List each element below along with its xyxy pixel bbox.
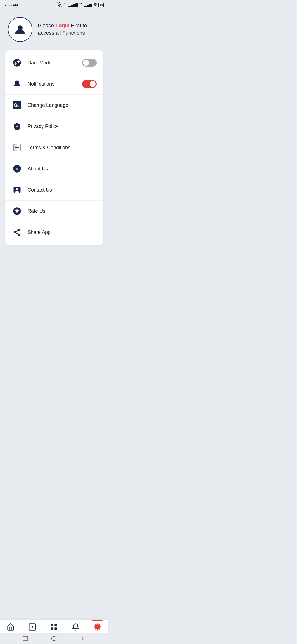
change-language-label: Change Language bbox=[28, 102, 97, 108]
notifications-toggle[interactable] bbox=[82, 80, 97, 88]
svg-rect-18 bbox=[14, 144, 17, 151]
rate-us-label: Rate Us bbox=[28, 208, 97, 214]
status-bar: 7:56 AM ▂▄▆█ VoLTE ▂▄▆ bbox=[0, 0, 108, 9]
arrows-icon bbox=[12, 57, 23, 68]
status-time: 7:56 AM bbox=[4, 3, 18, 7]
svg-line-31 bbox=[16, 230, 18, 232]
status-icons: ▂▄▆█ VoLTE ▂▄▆ 18 bbox=[57, 2, 104, 8]
contact-icon bbox=[12, 184, 23, 195]
terms-conditions-label: Terms & Conditions bbox=[28, 145, 97, 151]
share-icon bbox=[12, 227, 23, 238]
dark-mode-label: Dark Mode bbox=[28, 60, 82, 66]
terms-conditions-item[interactable]: Terms & Conditions bbox=[5, 137, 103, 158]
shield-icon bbox=[12, 121, 23, 132]
avatar[interactable] bbox=[8, 17, 32, 42]
svg-point-6 bbox=[95, 6, 95, 6]
profile-header: Please Login First to access all Functio… bbox=[0, 9, 108, 50]
share-app-label: Share App bbox=[28, 230, 97, 235]
privacy-policy-label: Privacy Policy bbox=[28, 124, 97, 129]
svg-point-8 bbox=[13, 59, 21, 67]
share-app-item[interactable]: Share App bbox=[5, 222, 103, 243]
svg-line-30 bbox=[16, 233, 18, 234]
signal-icon: ▂▄▆█ bbox=[68, 3, 78, 7]
signal2-icon: ▂▄▆ bbox=[84, 3, 92, 7]
about-us-label: About Us bbox=[28, 166, 97, 172]
document-icon bbox=[12, 142, 23, 153]
notifications-item[interactable]: Notifications bbox=[5, 73, 103, 95]
svg-line-4 bbox=[64, 3, 64, 3]
login-prompt-prefix: Please bbox=[38, 23, 55, 28]
change-language-item[interactable]: G ✕ Change Language bbox=[5, 95, 103, 116]
svg-point-21 bbox=[17, 167, 18, 167]
svg-line-5 bbox=[66, 3, 66, 3]
star-icon bbox=[12, 206, 23, 217]
about-us-item[interactable]: About Us bbox=[5, 158, 103, 179]
privacy-policy-item[interactable]: Privacy Policy bbox=[5, 116, 103, 137]
wifi-icon bbox=[93, 2, 97, 7]
settings-card: Dark Mode Notifications G ✕ Change Langu… bbox=[5, 50, 103, 245]
rate-us-item[interactable]: Rate Us bbox=[5, 201, 103, 222]
info-icon bbox=[12, 163, 23, 174]
login-link[interactable]: Login bbox=[55, 23, 70, 28]
dark-mode-toggle[interactable] bbox=[82, 59, 97, 67]
mute-icon bbox=[57, 2, 62, 7]
alarm-icon bbox=[63, 2, 67, 7]
contact-us-label: Contact Us bbox=[28, 187, 97, 193]
profile-login-prompt[interactable]: Please Login First to access all Functio… bbox=[38, 22, 100, 37]
notifications-label: Notifications bbox=[28, 81, 82, 87]
svg-point-23 bbox=[16, 188, 18, 190]
battery-icon: 18 bbox=[98, 3, 104, 7]
bell-icon bbox=[12, 78, 23, 89]
volte-icon: VoLTE bbox=[79, 2, 83, 8]
svg-text:✕: ✕ bbox=[16, 104, 19, 107]
dark-mode-item[interactable]: Dark Mode bbox=[5, 52, 103, 73]
translate-icon: G ✕ bbox=[12, 100, 23, 111]
contact-us-item[interactable]: Contact Us bbox=[5, 179, 103, 201]
